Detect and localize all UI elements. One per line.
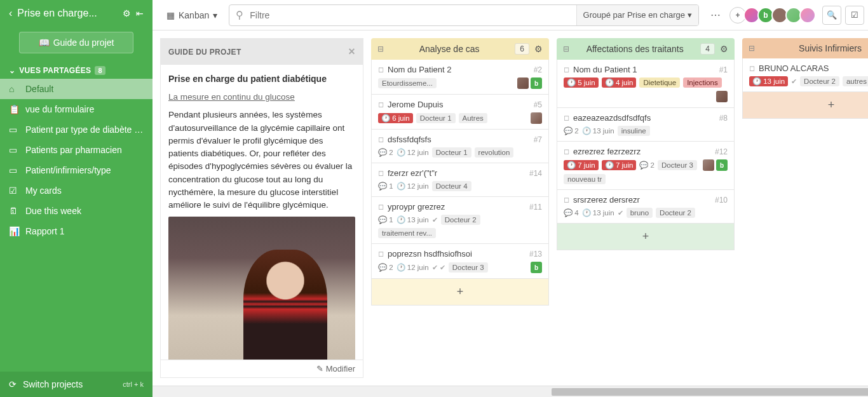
avatar[interactable] <box>799 7 816 24</box>
section-count-badge: 8 <box>95 66 105 75</box>
date: 🕐 13 juin <box>582 126 614 135</box>
add-card-button[interactable]: + <box>557 224 735 250</box>
calendar-icon: 🗓 <box>9 206 19 216</box>
sidebar-item-rapport[interactable]: 📊 Rapport 1 <box>0 221 153 241</box>
pin-icon: ◻ <box>564 65 569 74</box>
sidebar-item-label: Rapport 1 <box>25 226 64 236</box>
date: 🕐 12 juin <box>397 148 429 157</box>
card-avatars: b <box>531 262 542 273</box>
horizontal-scrollbar[interactable] <box>153 386 868 397</box>
guide-panel: GUIDE DU PROJET × Prise en charge du pat… <box>160 38 363 378</box>
comments-count: 💬 1 <box>378 215 393 224</box>
tag: Docteur 4 <box>432 181 471 191</box>
filter-box: ⚲ Groupé par Prise en charge ▾ <box>229 4 699 26</box>
modify-button[interactable]: Modifier <box>326 364 355 373</box>
kanban-card[interactable]: ◻ eazeazeazdsdfsdfqfs #8 💬 2🕐 13 juinins… <box>557 108 735 142</box>
kanban-card[interactable]: ◻ BRUNO ALCARAS 🕐 13 juin✔Docteur 2autre… <box>742 58 868 92</box>
card-meta: 💬 2🕐 12 juin✔ ✔Docteur 3b <box>378 262 542 273</box>
tag: Docteur 1 <box>416 113 456 123</box>
card-meta: Etourdisseme...b <box>378 77 542 89</box>
date-badge: 🕐 13 juin <box>749 76 788 86</box>
sidebar-item-mycards[interactable]: ☑ My cards <box>0 180 153 201</box>
avatar[interactable] <box>716 91 728 102</box>
search-icon[interactable]: 🔍 <box>822 6 841 25</box>
guide-subtitle: La mesure en continu du glucose <box>168 91 355 104</box>
sidebar-item-infirmiers[interactable]: ▭ Patient/infirmiers/type <box>0 160 153 180</box>
kanban-card[interactable]: ◻ Nom du Patient 1 #1 🕐 5 juin🕐 4 juinDi… <box>557 60 735 108</box>
gear-icon[interactable]: ⚙ <box>123 8 131 18</box>
date-badge: 🕐 4 juin <box>602 77 637 88</box>
card-title: eazeazeazdsdfsdfqfs <box>573 113 715 123</box>
kanban-card[interactable]: ◻ Jerome Dupuis #5 🕐 6 juinDocteur 1Autr… <box>371 95 549 130</box>
tag: traitement rev... <box>378 228 436 238</box>
kanban-content: GUIDE DU PROJET × Prise en charge du pat… <box>153 30 868 386</box>
card-title: ezrezrez fezrzezrz <box>573 147 711 156</box>
kanban-card[interactable]: ◻ yproypr grezrez #11 💬 1🕐 13 juin✔Docte… <box>371 197 549 244</box>
tag: revolution <box>475 147 514 158</box>
collapse-icon[interactable]: ⊟ <box>377 44 384 53</box>
sidebar-item-default[interactable]: ⌂ Default <box>0 79 153 99</box>
column-title[interactable]: Analyse de cas <box>389 44 510 54</box>
avatar[interactable]: b <box>531 77 542 89</box>
sidebar-item-due[interactable]: 🗓 Due this week <box>0 201 153 221</box>
card-meta: 💬 1🕐 13 juin✔Docteur 2 <box>378 215 542 225</box>
filter-input[interactable] <box>250 6 576 24</box>
add-card-button[interactable]: + <box>371 279 549 306</box>
pin-icon: ◻ <box>378 65 384 74</box>
gear-icon[interactable]: ⚙ <box>720 44 728 54</box>
kanban-card[interactable]: ◻ poprezsn hsdfhsiofhsoi #13 💬 2🕐 12 jui… <box>371 244 549 279</box>
sidebar-item-formulaire[interactable]: 📋 vue du formulaire <box>0 99 153 119</box>
check-icon: ✔ <box>432 216 438 224</box>
collapse-sidebar-icon[interactable]: ⇤ <box>136 8 144 18</box>
check-icon: ✔ <box>791 77 797 86</box>
comments-count: 💬 2 <box>639 161 654 170</box>
column-count-badge: 6 <box>515 43 529 55</box>
tag: autres <box>843 76 868 86</box>
comments-count: 💬 2 <box>378 263 393 272</box>
avatar[interactable]: b <box>716 159 728 171</box>
project-title[interactable]: Prise en charge... <box>17 8 118 19</box>
card-meta: 🕐 6 juinDocteur 1Autres <box>378 112 542 124</box>
avatar[interactable] <box>703 159 714 171</box>
sidebar-header: ‹ Prise en charge... ⚙ ⇤ <box>0 0 153 27</box>
card-avatars <box>716 91 728 102</box>
avatar[interactable] <box>517 77 529 89</box>
guide-button[interactable]: 📖 Guide du projet <box>19 32 133 53</box>
close-icon[interactable]: × <box>348 45 355 58</box>
check-icon: ✔ <box>618 209 623 217</box>
avatar[interactable]: b <box>531 262 542 273</box>
column-title[interactable]: Affectations des traitants <box>574 44 695 54</box>
chevron-down-icon: ⌄ <box>9 66 15 75</box>
collapse-icon[interactable]: ⊟ <box>563 44 569 53</box>
pin-icon: ◻ <box>378 203 384 211</box>
top-actions: 🔍 ☑ 🔔 <box>822 6 868 25</box>
view-type-label: Kanban <box>179 10 209 20</box>
collapse-icon[interactable]: ⊟ <box>749 44 755 53</box>
switch-projects-button[interactable]: ⟳ Switch projects ctrl + k <box>0 372 153 397</box>
pin-icon: ◻ <box>564 147 569 156</box>
kanban-card[interactable]: ◻ srsrzerez dersrezr #10 💬 4🕐 13 juin✔br… <box>557 190 735 224</box>
card-meta: 🕐 7 juin🕐 7 juin💬 2Docteur 3b <box>564 159 728 171</box>
gear-icon[interactable]: ⚙ <box>534 44 543 54</box>
kanban-card[interactable]: ◻ ezrezrez fezrzezrz #12 🕐 7 juin🕐 7 jui… <box>557 142 735 190</box>
scroll-thumb[interactable] <box>552 388 868 396</box>
checkbox-icon[interactable]: ☑ <box>845 6 864 25</box>
view-type-button[interactable]: ▦ Kanban ▾ <box>161 6 222 24</box>
add-card-button[interactable]: + <box>742 92 868 119</box>
card-number: #13 <box>529 250 542 259</box>
column-header: ⊟ Affectations des traitants 4 ⚙ <box>557 38 735 60</box>
card-number: #12 <box>715 147 728 156</box>
group-by-select[interactable]: Groupé par Prise en charge ▾ <box>576 5 698 25</box>
column-title[interactable]: Suivis Infirmiers <box>760 43 868 53</box>
sidebar-item-pharmacien[interactable]: ▭ Patients par pharmacien <box>0 140 153 160</box>
sidebar-item-patient-type[interactable]: ▭ Patient par type de diabète p... <box>0 119 153 140</box>
back-icon[interactable]: ‹ <box>9 8 12 19</box>
section-header[interactable]: ⌄ VUES PARTAGÉES 8 <box>0 61 153 79</box>
tag: Docteur 1 <box>432 147 471 158</box>
kanban-card[interactable]: ◻ Nom du Patient 2 #2 Etourdisseme...b <box>371 60 549 95</box>
date-badge: 🕐 6 juin <box>378 113 413 123</box>
avatar[interactable] <box>531 112 542 124</box>
kanban-card[interactable]: ◻ dsfssfdqfsfs #7 💬 2🕐 12 juinDocteur 1r… <box>371 130 549 163</box>
kanban-card[interactable]: ◻ fzerzr ezr'("t"r #14 💬 1🕐 12 juinDocte… <box>371 163 549 197</box>
more-button[interactable]: ⋯ <box>705 6 726 24</box>
